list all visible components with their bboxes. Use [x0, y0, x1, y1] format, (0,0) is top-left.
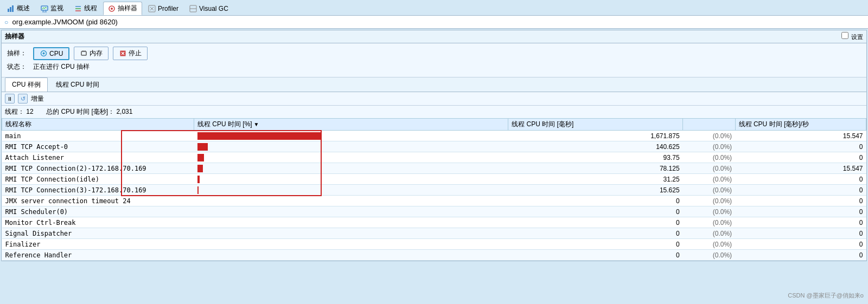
watermark: CSDN @墨家巨子@俏如来o	[788, 292, 864, 300]
chart-icon	[7, 5, 15, 12]
col-header-per-sec: 线程 CPU 时间 [毫秒]/秒	[735, 119, 866, 131]
table-row[interactable]: JMX server connection timeout 240(0.0%)0	[2, 196, 866, 206]
cpu-button-icon	[40, 50, 47, 57]
cell-per-sec: 0	[735, 174, 866, 185]
cell-name: JMX server connection timeout 24	[2, 196, 194, 206]
cpu-button[interactable]: CPU	[33, 47, 69, 60]
cell-name: Monitor Ctrl-Break	[2, 217, 194, 228]
sampler-icon	[108, 5, 116, 12]
table-row[interactable]: RMI TCP Connection(2)-172.168.70.16978.1…	[2, 163, 866, 174]
cell-bar	[194, 131, 508, 141]
tab-visual-gc[interactable]: Visual GC	[184, 3, 233, 15]
cell-pct: (0.0%)	[683, 239, 736, 250]
cell-per-sec: 0	[735, 141, 866, 152]
cell-per-sec: 15.547	[735, 163, 866, 174]
cell-ms: 0	[508, 217, 683, 228]
gc-icon	[189, 5, 197, 12]
sub-tab-thread-cpu[interactable]: 线程 CPU 时间	[49, 77, 106, 92]
table-row[interactable]: Reference Handler0(0.0%)0	[2, 250, 866, 261]
cell-pct: (0.0%)	[683, 152, 736, 163]
col-header-pct	[683, 119, 736, 131]
cell-bar	[194, 152, 508, 163]
cell-ms: 0	[508, 196, 683, 206]
col-header-name: 线程名称	[2, 119, 194, 131]
refresh-button[interactable]: ↺	[18, 94, 28, 104]
refresh-icon: ↺	[21, 95, 25, 102]
sampler-controls: 抽样： CPU 内存 停止 状态： 正在进行 CP	[2, 43, 866, 77]
cell-bar	[194, 206, 508, 217]
tab-threads[interactable]: 线程	[69, 2, 102, 15]
cell-pct: (0.0%)	[683, 228, 736, 239]
stop-button[interactable]: 停止	[113, 47, 148, 60]
main-panel: 抽样器 设置 抽样： CPU 内存	[1, 30, 867, 261]
cell-pct: (0.0%)	[683, 131, 736, 141]
tab-monitor[interactable]: 监视	[36, 2, 68, 15]
cell-name: RMI TCP Connection(3)-172.168.70.169	[2, 185, 194, 196]
top-tab-bar: 概述 监视 线程 抽样器 Profiler Visual GC	[0, 0, 868, 16]
stop-button-icon	[119, 50, 126, 57]
table-row[interactable]: RMI TCP Connection(3)-172.168.70.16915.6…	[2, 185, 866, 196]
cell-ms: 31.25	[508, 174, 683, 185]
cell-bar	[194, 174, 508, 185]
table-header-row: 线程名称 线程 CPU 时间 [%] 线程 CPU 时间 [毫秒] 线程 CPU…	[2, 119, 866, 131]
app-title-radio: ○	[4, 18, 8, 26]
svg-rect-1	[10, 7, 11, 12]
table-wrapper: 线程名称 线程 CPU 时间 [%] 线程 CPU 时间 [毫秒] 线程 CPU…	[2, 118, 866, 261]
cell-ms: 0	[508, 239, 683, 250]
table-row[interactable]: Monitor Ctrl-Break0(0.0%)0	[2, 217, 866, 228]
cell-pct: (0.0%)	[683, 206, 736, 217]
sub-tab-cpu-samples[interactable]: CPU 样例	[5, 77, 48, 92]
cell-per-sec: 0	[735, 152, 866, 163]
monitor-icon	[41, 5, 48, 12]
table-body: main1,671.875(0.0%)15.547RMI TCP Accept-…	[2, 131, 866, 261]
tab-sampler[interactable]: 抽样器	[103, 2, 142, 15]
table-row[interactable]: RMI Scheduler(0)0(0.0%)0	[2, 206, 866, 217]
cell-pct: (0.0%)	[683, 163, 736, 174]
svg-point-11	[111, 8, 113, 10]
cell-ms: 15.625	[508, 185, 683, 196]
delta-label: 增量	[31, 94, 44, 104]
cell-per-sec: 0	[735, 217, 866, 228]
cell-per-sec: 0	[735, 239, 866, 250]
tab-profiler[interactable]: Profiler	[143, 3, 183, 15]
cell-bar	[194, 196, 508, 206]
settings-checkbox[interactable]	[841, 32, 848, 39]
pause-icon: ⏸	[7, 96, 12, 102]
pause-button[interactable]: ⏸	[5, 94, 15, 104]
memory-button[interactable]: 内存	[74, 47, 108, 60]
cell-name: main	[2, 131, 194, 141]
svg-rect-19	[81, 51, 86, 55]
cell-ms: 93.75	[508, 152, 683, 163]
status-label: 状态：	[7, 62, 29, 72]
profiler-icon	[148, 5, 156, 12]
cell-name: RMI TCP Accept-0	[2, 141, 194, 152]
sub-tab-bar: CPU 样例 线程 CPU 时间	[2, 77, 866, 92]
cell-bar	[194, 239, 508, 250]
cell-bar	[194, 163, 508, 174]
table-row[interactable]: RMI TCP Accept-0140.625(0.0%)0	[2, 141, 866, 152]
table-row[interactable]: Finalizer0(0.0%)0	[2, 239, 866, 250]
sample-row: 抽样： CPU 内存 停止	[7, 47, 861, 60]
cell-bar	[194, 217, 508, 228]
table-row[interactable]: main1,671.875(0.0%)15.547	[2, 131, 866, 141]
table-row[interactable]: Attach Listener93.75(0.0%)0	[2, 152, 866, 163]
table-row[interactable]: RMI TCP Connection(idle)31.25(0.0%)0	[2, 174, 866, 185]
cell-name: Signal Dispatcher	[2, 228, 194, 239]
cell-pct: (0.0%)	[683, 250, 736, 261]
cell-per-sec: 0	[735, 196, 866, 206]
cell-name: RMI TCP Connection(2)-172.168.70.169	[2, 163, 194, 174]
tab-overview[interactable]: 概述	[2, 2, 35, 15]
col-header-bar[interactable]: 线程 CPU 时间 [%]	[194, 119, 508, 131]
cell-ms: 0	[508, 250, 683, 261]
table-row[interactable]: Signal Dispatcher0(0.0%)0	[2, 228, 866, 239]
cell-ms: 0	[508, 228, 683, 239]
svg-rect-3	[41, 6, 48, 10]
cell-name: RMI TCP Connection(idle)	[2, 174, 194, 185]
memory-button-icon	[80, 50, 87, 57]
panel-header: 抽样器 设置	[2, 30, 866, 43]
cell-bar	[194, 141, 508, 152]
svg-point-18	[42, 53, 44, 55]
cell-pct: (0.0%)	[683, 174, 736, 185]
cell-pct: (0.0%)	[683, 141, 736, 152]
cell-per-sec: 0	[735, 250, 866, 261]
